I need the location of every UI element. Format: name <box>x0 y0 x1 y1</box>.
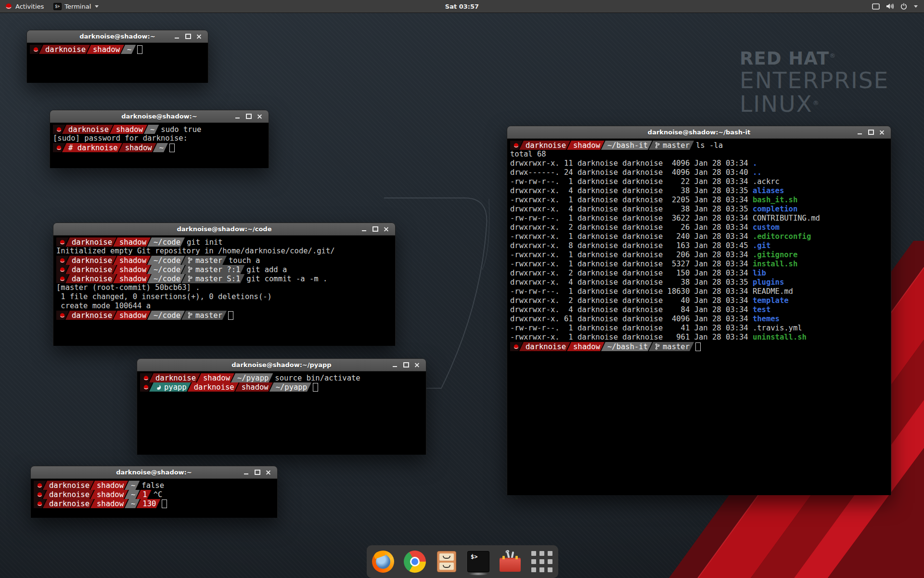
maximize-button[interactable] <box>252 468 263 477</box>
terminal-line: darknoiseshadow~1^C <box>34 490 274 499</box>
registered-mark-icon: ® <box>813 99 819 106</box>
prompt-segment-gdark: master <box>649 141 694 150</box>
dock-item-firefox[interactable] <box>372 551 394 573</box>
dock-item-files[interactable] <box>436 551 458 573</box>
prompt-segment-gdark: master ?:1 <box>181 265 244 274</box>
command-text: touch a <box>229 256 260 265</box>
close-button[interactable] <box>876 128 887 137</box>
prompt-segment-rdark: darknoise <box>65 256 116 265</box>
titlebar[interactable]: darknoise@shadow:~/pyapp <box>137 359 426 371</box>
terminal-window-exitcodes: darknoise@shadow:~ darknoiseshadow~false… <box>30 466 278 518</box>
terminal-line: -rwxrwxr-x. 1 darknoise darknoise 206 Ja… <box>510 250 888 260</box>
close-button[interactable] <box>193 32 205 41</box>
terminal-line: -rwxrwxr-x. 1 darknoise darknoise 5327 J… <box>510 260 888 269</box>
minimize-button[interactable] <box>241 468 252 477</box>
terminal-line: drwxrwxr-x. 4 darknoise darknoise 38 Jan… <box>510 186 888 196</box>
terminal-line: Initialized empty Git repository in /hom… <box>56 247 392 256</box>
maximize-button[interactable] <box>182 32 193 41</box>
terminal-line: drwxrwxr-x. 2 darknoise darknoise 26 Jan… <box>510 223 888 232</box>
terminal-cursor <box>313 383 318 392</box>
git-branch-icon <box>655 142 660 149</box>
window-title: darknoise@shadow:~/pyapp <box>231 361 331 368</box>
minimize-button[interactable] <box>854 128 865 137</box>
prompt-segment-rdark: darknoise <box>65 274 116 283</box>
prompt-segment-rbright: shadow <box>90 490 128 499</box>
redhat-icon <box>59 267 65 273</box>
dock-item-toolbox[interactable] <box>499 551 521 573</box>
prompt-segment-rbright: shadow <box>197 373 234 382</box>
terminal-line: darknoiseshadow~/bash-itmaster <box>510 342 888 351</box>
prompt-segment-gray: ~/code <box>147 256 185 265</box>
command-text: source bin/activate <box>275 373 360 382</box>
terminal-screen[interactable]: darknoiseshadow~sudo true[sudo] password… <box>50 123 269 168</box>
terminal-cursor <box>169 144 175 152</box>
terminal-screen[interactable]: darknoiseshadow~/pyappsource bin/activat… <box>137 371 426 455</box>
close-button[interactable] <box>381 225 392 234</box>
rhel-logo-enterprise: ENTERPRISE <box>740 68 889 92</box>
prompt-segment-teal: pyapp <box>149 382 191 392</box>
command-text: false <box>141 481 164 490</box>
terminal-screen[interactable]: darknoiseshadow~falsedarknoiseshadow~1^C… <box>31 479 277 518</box>
clock[interactable]: Sat 03:57 <box>445 0 479 13</box>
redhat-icon <box>59 313 65 318</box>
terminal-screen[interactable]: darknoiseshadow~ <box>27 43 208 83</box>
file-name: uninstall.sh <box>753 333 807 342</box>
redhat-icon <box>513 344 519 350</box>
app-menu-terminal[interactable]: $> Terminal <box>49 0 103 13</box>
minimize-button[interactable] <box>171 32 182 41</box>
terminal-window-pyapp: darknoise@shadow:~/pyapp darknoiseshadow… <box>137 358 426 455</box>
power-icon <box>900 3 907 10</box>
minimize-button[interactable] <box>232 112 243 121</box>
git-branch-icon <box>188 312 192 319</box>
close-button[interactable] <box>411 361 423 369</box>
maximize-button[interactable] <box>865 128 876 137</box>
file-name: . <box>753 159 757 168</box>
dock-item-terminal[interactable]: $> <box>467 551 489 573</box>
files-icon <box>437 551 456 572</box>
close-button[interactable] <box>263 468 274 477</box>
terminal-app-icon: $> <box>53 3 62 10</box>
prompt-segment-rdark: darknoise <box>39 45 90 54</box>
close-button[interactable] <box>254 112 265 121</box>
terminal-line: darknoiseshadow~ <box>30 45 205 54</box>
minimize-button[interactable] <box>389 361 400 369</box>
terminal-screen[interactable]: darknoiseshadow~/bash-itmasterls -latota… <box>507 139 891 495</box>
terminal-window-home-1: darknoise@shadow:~ darknoiseshadow~ <box>26 30 208 83</box>
terminal-window-bash-it: darknoise@shadow:~/bash-it darknoiseshad… <box>507 126 891 495</box>
prompt-segment-rbright: # darknoise <box>62 143 122 152</box>
dock-item-chrome[interactable] <box>404 551 426 573</box>
terminal-window-sudo: darknoise@shadow:~ darknoiseshadow~sudo … <box>50 110 269 168</box>
activities-button[interactable]: Activities <box>0 0 49 13</box>
file-name: CONTRIBUTING.md <box>753 214 820 223</box>
file-name: lib <box>753 269 766 278</box>
file-name: install.sh <box>753 260 797 269</box>
titlebar[interactable]: darknoise@shadow:~ <box>27 30 208 43</box>
terminal-screen[interactable]: darknoiseshadow~/codegit initInitialized… <box>53 236 395 346</box>
maximize-button[interactable] <box>370 225 381 234</box>
minimize-button[interactable] <box>359 225 370 234</box>
titlebar[interactable]: darknoise@shadow:~ <box>50 110 269 123</box>
activities-label: Activities <box>15 3 44 10</box>
rhel-logo-brand: RED HAT <box>740 48 829 69</box>
git-branch-icon <box>655 343 660 350</box>
dock: $> <box>367 545 558 578</box>
terminal-line: -rw-rw-r--. 1 darknoise darknoise 41 Jan… <box>510 324 888 333</box>
maximize-button[interactable] <box>400 361 411 369</box>
redhat-icon <box>37 501 43 507</box>
prompt-segment-gray: ~/pyapp <box>231 373 273 382</box>
prompt-segment-rbright: shadow <box>110 125 147 134</box>
terminal-cursor <box>137 45 142 54</box>
file-name: .gitignore <box>753 250 797 260</box>
dock-item-app-grid[interactable] <box>531 551 553 573</box>
redhat-icon <box>5 3 13 10</box>
redhat-icon <box>56 127 62 132</box>
titlebar[interactable]: darknoise@shadow:~/bash-it <box>507 126 891 139</box>
terminal-cursor <box>228 311 233 320</box>
maximize-button[interactable] <box>243 112 254 121</box>
system-status-area[interactable] <box>869 0 921 13</box>
terminal-line: 1 file changed, 0 insertions(+), 0 delet… <box>56 292 392 302</box>
titlebar[interactable]: darknoise@shadow:~/code <box>53 223 395 236</box>
redhat-icon <box>59 239 65 245</box>
titlebar[interactable]: darknoise@shadow:~ <box>31 466 277 479</box>
firefox-icon <box>372 551 394 573</box>
